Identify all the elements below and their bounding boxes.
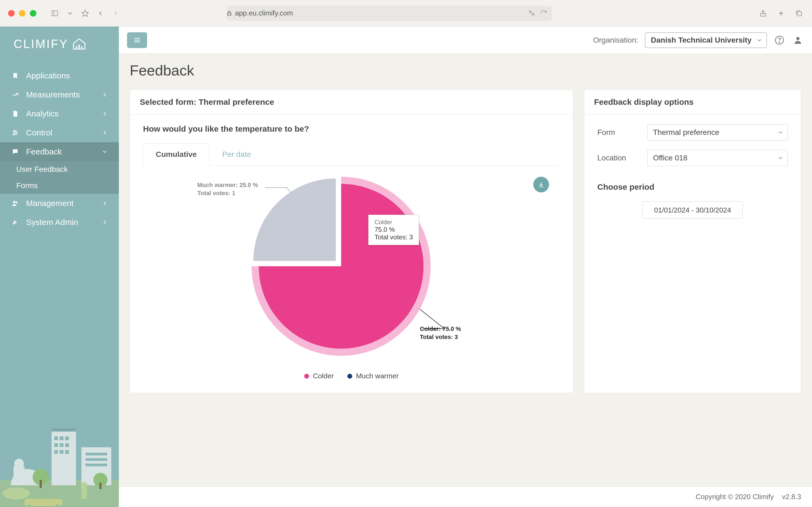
sidebar-item-label: Analytics (26, 109, 59, 118)
svg-rect-0 (52, 11, 58, 16)
tab-cumulative[interactable]: Cumulative (143, 143, 210, 166)
sidebar-item-label: System Admin (26, 218, 78, 227)
form-select[interactable]: Thermal preference (647, 124, 788, 140)
user-menu-button[interactable] (792, 34, 804, 46)
svg-point-13 (13, 134, 14, 135)
sidebar-illustration (0, 398, 119, 507)
browser-chrome: app.eu.climify.com (0, 0, 812, 26)
sidebar-item-label: Applications (26, 71, 70, 80)
chevron-left-icon (102, 219, 108, 226)
translate-icon[interactable] (528, 10, 535, 17)
share-icon[interactable] (758, 8, 768, 18)
sidebar: CLIMIFY Applications Measurements Analyt… (0, 26, 119, 507)
sidebar-subitem-forms[interactable]: Forms (0, 177, 119, 194)
form-label: Form (597, 128, 641, 137)
window-minimize-icon[interactable] (19, 10, 25, 16)
svg-marker-2 (82, 10, 88, 16)
legend-label: Colder (313, 372, 334, 380)
help-button[interactable] (773, 34, 786, 46)
question-text: How would you like the temperature to be… (143, 124, 560, 133)
period-label: Choose period (597, 182, 788, 191)
legend-item-colder[interactable]: Colder (304, 372, 334, 380)
wrench-icon (11, 219, 19, 226)
bookmark-icon (11, 72, 19, 79)
sidebar-subitem-user-feedback[interactable]: User Feedback (0, 161, 119, 177)
select-value: Office 018 (653, 154, 687, 162)
chevron-down-icon (102, 149, 108, 155)
annotation-colder: Colder: 75.0 % Total votes: 3 (420, 325, 461, 341)
sidebar-item-measurements[interactable]: Measurements (0, 85, 119, 104)
footer-copyright: Copyright © 2020 Climify (696, 493, 774, 501)
reload-icon[interactable] (540, 10, 547, 17)
legend-dot-icon (347, 374, 352, 379)
svg-rect-20 (65, 437, 69, 440)
users-icon (11, 200, 19, 207)
chart-legend: Colder Much warmer (304, 372, 399, 380)
svg-rect-32 (13, 466, 24, 485)
form-row-location: Location Office 018 (597, 150, 788, 166)
svg-rect-22 (60, 443, 63, 447)
page: Feedback Selected form: Thermal preferen… (119, 54, 812, 486)
organisation-selected: Danish Technical University (651, 36, 751, 45)
svg-rect-19 (60, 437, 63, 440)
logo-text: CLIMIFY (13, 37, 68, 51)
sidebar-item-label: Measurements (26, 90, 80, 99)
url-bar[interactable]: app.eu.climify.com (226, 6, 552, 21)
sidebar-item-label: User Feedback (16, 165, 68, 173)
svg-point-11 (14, 130, 15, 131)
date-range-input[interactable]: 01/01/2024 - 30/10/2024 (642, 202, 743, 219)
svg-rect-25 (60, 450, 63, 454)
back-icon[interactable] (96, 8, 105, 18)
topbar: Organisation: Danish Technical Universit… (119, 26, 812, 54)
location-select[interactable]: Office 018 (647, 150, 788, 166)
panel-display-options: Feedback display options Form Thermal pr… (584, 90, 801, 393)
svg-rect-37 (99, 483, 102, 489)
lock-icon (226, 10, 232, 16)
panel-selected-form: Selected form: Thermal preference How wo… (130, 90, 573, 393)
sidebar-item-control[interactable]: Control (0, 123, 119, 142)
chevron-left-icon (102, 110, 108, 117)
url-text: app.eu.climify.com (235, 9, 293, 17)
panel-header: Selected form: Thermal preference (130, 90, 573, 115)
chevron-down-icon (777, 155, 784, 161)
window-zoom-icon[interactable] (30, 10, 36, 16)
chevron-down-icon (756, 37, 763, 44)
sidebar-item-label: Management (26, 199, 73, 208)
sidebar-item-system-admin[interactable]: System Admin (0, 213, 119, 232)
chevron-left-icon (102, 200, 108, 207)
logo: CLIMIFY (0, 26, 119, 61)
sliders-icon (11, 129, 19, 136)
tabs-icon[interactable] (794, 8, 804, 18)
sidebar-item-feedback[interactable]: Feedback (0, 142, 119, 161)
legend-item-much-warmer[interactable]: Much warmer (347, 372, 399, 380)
svg-point-14 (13, 201, 15, 203)
sidebar-item-applications[interactable]: Applications (0, 66, 119, 85)
forward-icon[interactable] (111, 8, 120, 18)
sidebar-item-label: Control (26, 128, 52, 137)
svg-rect-21 (54, 443, 58, 447)
page-title: Feedback (130, 62, 801, 79)
tooltip-pct: 75.0 % (374, 226, 413, 233)
form-label: Location (597, 154, 641, 162)
svg-rect-24 (54, 450, 58, 454)
sidebar-item-management[interactable]: Management (0, 194, 119, 213)
comment-icon (11, 148, 19, 155)
new-tab-icon[interactable] (776, 8, 786, 18)
organisation-select[interactable]: Danish Technical University (645, 32, 767, 48)
tab-per-date[interactable]: Per date (210, 143, 264, 166)
svg-rect-3 (228, 13, 231, 15)
sidebar-item-label: Forms (16, 181, 38, 190)
svg-point-38 (3, 488, 30, 499)
sidebar-toggle-icon[interactable] (50, 8, 60, 18)
svg-rect-35 (40, 480, 42, 488)
pie-chart (251, 177, 431, 356)
chart-line-icon (11, 91, 19, 98)
svg-rect-29 (85, 453, 107, 455)
menu-toggle-button[interactable] (127, 32, 147, 48)
chevron-down-icon[interactable] (65, 8, 75, 18)
svg-point-15 (16, 202, 17, 204)
star-icon[interactable] (80, 8, 90, 18)
window-close-icon[interactable] (8, 10, 15, 16)
tooltip-title: Colder (374, 219, 413, 226)
sidebar-item-analytics[interactable]: Analytics (0, 104, 119, 123)
